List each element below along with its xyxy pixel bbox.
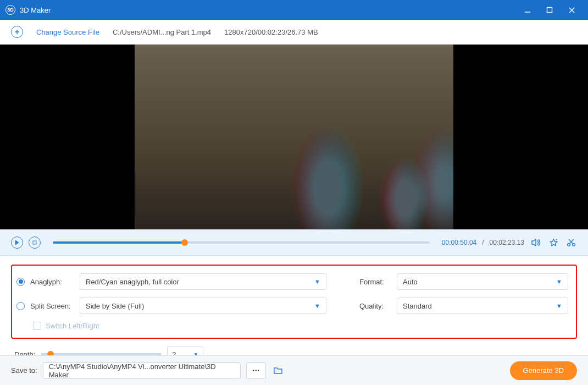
split-value: Side by Side (Full) (86, 302, 144, 310)
source-path: C:/Users/ADMI...ng Part 1.mp4 (113, 28, 211, 36)
chevron-down-icon: ▼ (314, 302, 320, 309)
cut-icon[interactable] (565, 237, 577, 249)
svg-point-2 (567, 243, 570, 246)
source-bar: Change Source File C:/Users/ADMI...ng Pa… (0, 20, 588, 45)
maximize-button[interactable] (539, 0, 561, 20)
window-title: 3D Maker (20, 6, 517, 14)
anaglyph-radio[interactable] (16, 278, 25, 286)
generate-3d-button[interactable]: Generate 3D (510, 361, 577, 380)
time-sep: / (482, 239, 484, 246)
settings-panel: Anaglyph: Red/Cyan anaglyph, full color … (0, 256, 588, 367)
anaglyph-value: Red/Cyan anaglyph, full color (86, 278, 179, 286)
change-source-link[interactable]: Change Source File (36, 28, 99, 36)
split-label: Split Screen: (30, 302, 74, 310)
switch-checkbox[interactable] (33, 322, 41, 330)
split-radio[interactable] (16, 302, 25, 310)
video-preview (0, 45, 588, 229)
total-time: 00:02:23.13 (490, 239, 524, 246)
seek-fill (53, 241, 185, 244)
seek-thumb[interactable] (181, 239, 188, 246)
current-time: 00:00:50.04 (442, 239, 476, 246)
snapshot-icon[interactable] (547, 237, 559, 249)
quality-label: Quality: (359, 302, 391, 310)
play-bar: 00:00:50.04/00:02:23.13 (0, 229, 588, 256)
app-logo-icon: 3D (5, 5, 15, 15)
stop-button[interactable] (29, 237, 41, 249)
format-label: Format: (359, 278, 391, 286)
browse-button[interactable]: ··· (246, 362, 266, 379)
source-meta: 1280x720/00:02:23/26.73 MB (224, 28, 318, 36)
chevron-down-icon: ▼ (556, 278, 562, 285)
quality-value: Standard (403, 302, 432, 310)
svg-point-3 (572, 243, 575, 246)
volume-icon[interactable] (530, 237, 542, 249)
output-path-value: C:\AnyMP4 Studio\AnyMP4 Vi...onverter Ul… (49, 362, 235, 379)
saveto-label: Save to: (11, 366, 37, 375)
chevron-down-icon: ▼ (314, 278, 320, 285)
chevron-down-icon: ▼ (556, 302, 562, 309)
open-folder-icon[interactable] (271, 364, 285, 377)
close-button[interactable] (561, 0, 583, 20)
split-select[interactable]: Side by Side (Full) ▼ (80, 298, 326, 314)
switch-label: Switch Left/Right (46, 322, 99, 330)
title-bar: 3D 3D Maker (0, 0, 588, 20)
add-file-icon[interactable] (11, 26, 23, 38)
seek-slider[interactable] (53, 241, 430, 244)
preview-frame (135, 45, 453, 229)
output-path-field[interactable]: C:\AnyMP4 Studio\AnyMP4 Vi...onverter Ul… (43, 362, 241, 379)
format-value: Auto (403, 278, 418, 286)
format-select[interactable]: Auto ▼ (397, 273, 568, 290)
anaglyph-select[interactable]: Red/Cyan anaglyph, full color ▼ (80, 273, 326, 290)
svg-rect-0 (547, 8, 552, 13)
footer-bar: Save to: C:\AnyMP4 Studio\AnyMP4 Vi...on… (0, 355, 588, 385)
anaglyph-label: Anaglyph: (30, 278, 74, 286)
play-button[interactable] (11, 237, 23, 249)
minimize-button[interactable] (517, 0, 539, 20)
highlight-box: Anaglyph: Red/Cyan anaglyph, full color … (11, 265, 577, 339)
svg-rect-1 (33, 241, 36, 244)
quality-select[interactable]: Standard ▼ (397, 298, 568, 314)
